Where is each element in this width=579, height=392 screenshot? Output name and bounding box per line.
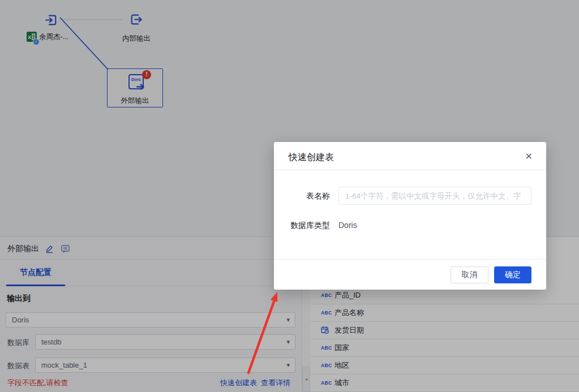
db-type-value: Doris [338,221,357,230]
modal-footer-divider [274,259,546,260]
cancel-button[interactable]: 取消 [451,266,488,283]
modal-title: 快速创建表 [289,152,334,163]
table-name-label: 表名称 [274,191,330,201]
app-stage: X ✓ 余周杰-... 内部输出 Dors ! 外部输出 [0,0,579,392]
modal-header-divider [274,170,546,170]
confirm-button[interactable]: 确定 [494,266,531,283]
close-icon[interactable]: ✕ [525,151,533,162]
table-name-input[interactable] [338,187,531,205]
modal-quick-create-table: 快速创建表 ✕ 表名称 数据库类型 Doris 取消 确定 [274,142,546,290]
db-type-label: 数据库类型 [274,221,330,231]
